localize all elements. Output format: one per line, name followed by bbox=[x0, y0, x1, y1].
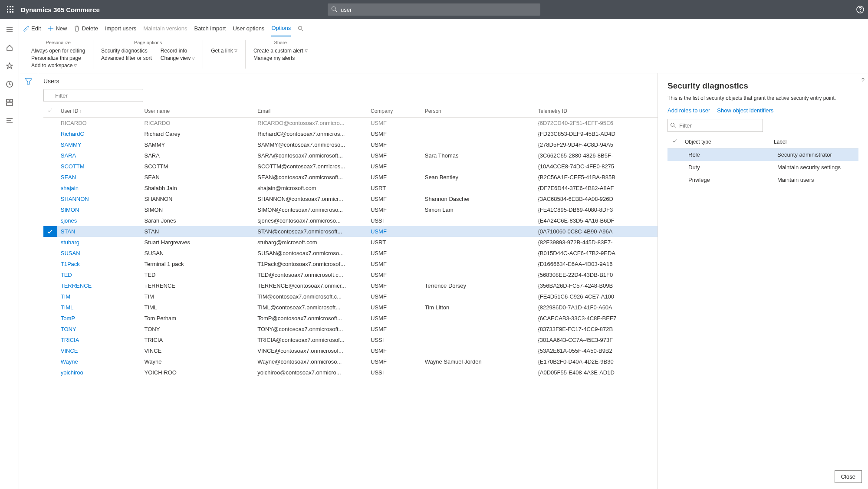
cell-userid[interactable]: TRICIA bbox=[57, 335, 141, 345]
table-row[interactable]: SEANSEANSEAN@contosoax7.onmicrosoft...US… bbox=[43, 172, 658, 183]
table-row[interactable]: TomPTom PerhamTomP@contosoax7.onmicrosof… bbox=[43, 313, 658, 324]
row-selector[interactable] bbox=[43, 280, 57, 291]
global-search-input[interactable] bbox=[328, 3, 540, 16]
table-row[interactable]: SHANNONSHANNONSHANNON@contosoax7.onmicr.… bbox=[43, 194, 658, 204]
row-selector[interactable] bbox=[43, 204, 57, 215]
table-row[interactable]: TRICIATRICIATRICIA@contosoax7.onmicrosof… bbox=[43, 335, 658, 345]
batch-import-button[interactable]: Batch import bbox=[194, 25, 226, 32]
cell-userid[interactable]: TONY bbox=[57, 324, 141, 335]
filter-pane-toggle[interactable] bbox=[19, 73, 38, 489]
cell-userid[interactable]: T1Pack bbox=[57, 259, 141, 269]
record-info-link[interactable]: Record info bbox=[161, 48, 195, 54]
help-icon[interactable] bbox=[856, 5, 865, 14]
cell-company[interactable]: USMF bbox=[367, 269, 421, 280]
row-selector[interactable] bbox=[667, 148, 681, 161]
modules-icon[interactable] bbox=[3, 115, 16, 127]
cell-userid[interactable]: RichardC bbox=[57, 128, 141, 139]
cell-userid[interactable]: SUSAN bbox=[57, 248, 141, 259]
cell-company[interactable]: USMF bbox=[367, 302, 421, 313]
cell-userid[interactable]: sjones bbox=[57, 215, 141, 226]
grid-quickfilter-input[interactable] bbox=[43, 89, 143, 102]
cell-company[interactable]: USSI bbox=[367, 215, 421, 226]
delete-button[interactable]: Delete bbox=[74, 25, 98, 32]
personalize-page-link[interactable]: Personalize this page bbox=[31, 55, 85, 61]
show-identifiers-link[interactable]: Show object identifiers bbox=[717, 107, 773, 114]
table-row[interactable]: TIMLTIMLTIML@contosoax7.onmicrosoft...US… bbox=[43, 302, 658, 313]
row-selector[interactable] bbox=[43, 313, 57, 324]
col-telemetry[interactable]: Telemetry ID bbox=[534, 105, 658, 118]
cell-company[interactable]: USSI bbox=[367, 335, 421, 345]
always-open-link[interactable]: Always open for editing bbox=[31, 48, 85, 54]
change-view-link[interactable]: Change view▽ bbox=[161, 55, 195, 61]
cell-userid[interactable]: SCOTTM bbox=[57, 161, 141, 172]
row-selector[interactable] bbox=[667, 174, 681, 186]
row-selector[interactable] bbox=[43, 269, 57, 280]
table-row[interactable]: sjonesSarah Jonessjones@contosoax7.onmic… bbox=[43, 215, 658, 226]
row-selector[interactable] bbox=[43, 356, 57, 367]
table-row[interactable]: TEDTEDTED@contosoax7.onmicrosoft.c...USM… bbox=[43, 269, 658, 280]
cell-userid[interactable]: TomP bbox=[57, 313, 141, 324]
get-link-link[interactable]: Get a link▽ bbox=[211, 48, 237, 54]
row-selector[interactable] bbox=[43, 302, 57, 313]
table-row[interactable]: WayneWayneWayne@contosoax7.onmicroso...U… bbox=[43, 356, 658, 367]
cell-userid[interactable]: SEAN bbox=[57, 172, 141, 183]
table-row[interactable]: SUSANSUSANSUSAN@contosoax7.onmicroso...U… bbox=[43, 248, 658, 259]
cell-userid[interactable]: SHANNON bbox=[57, 194, 141, 204]
cell-company[interactable]: USMF bbox=[367, 161, 421, 172]
row-selector[interactable] bbox=[43, 324, 57, 335]
cell-userid[interactable]: stuharg bbox=[57, 237, 141, 248]
hamburger-icon[interactable] bbox=[3, 23, 16, 36]
col-userid[interactable]: User ID↑ bbox=[57, 105, 141, 118]
table-row[interactable]: TIMTIMTIM@contosoax7.onmicrosoft.c...USM… bbox=[43, 291, 658, 302]
adv-filter-link[interactable]: Advanced filter or sort bbox=[101, 55, 152, 61]
table-row[interactable]: TONYTONYTONY@contosoax7.onmicrosoft...US… bbox=[43, 324, 658, 335]
row-selector[interactable] bbox=[43, 291, 57, 302]
row-selector[interactable] bbox=[43, 150, 57, 161]
cell-userid[interactable]: TERRENCE bbox=[57, 280, 141, 291]
create-alert-link[interactable]: Create a custom alert▽ bbox=[253, 48, 308, 54]
col-company[interactable]: Company bbox=[367, 105, 421, 118]
pane-col-label[interactable]: Label bbox=[769, 135, 858, 148]
table-row[interactable]: SARASARASARA@contosoax7.onmicrosoft...US… bbox=[43, 150, 658, 161]
table-row[interactable]: T1PackTerminal 1 packT1Pack@contosoax7.o… bbox=[43, 259, 658, 269]
row-selector[interactable] bbox=[43, 259, 57, 269]
cell-userid[interactable]: SIMON bbox=[57, 204, 141, 215]
cell-company[interactable]: USMF bbox=[367, 118, 421, 129]
table-row[interactable]: SIMONSIMONSIMON@contosoax7.onmicroso...U… bbox=[43, 204, 658, 215]
cell-userid[interactable]: VINCE bbox=[57, 345, 141, 356]
col-username[interactable]: User name bbox=[141, 105, 254, 118]
recent-icon[interactable] bbox=[3, 78, 16, 90]
home-icon[interactable] bbox=[3, 42, 16, 54]
cell-userid[interactable]: SAMMY bbox=[57, 139, 141, 150]
edit-button[interactable]: Edit bbox=[23, 25, 41, 32]
find-button[interactable] bbox=[298, 26, 304, 32]
security-diagnostics-link[interactable]: Security diagnostics bbox=[101, 48, 152, 54]
row-selector[interactable] bbox=[43, 172, 57, 183]
cell-userid[interactable]: TED bbox=[57, 269, 141, 280]
row-selector[interactable] bbox=[43, 237, 57, 248]
cell-company[interactable]: USMF bbox=[367, 172, 421, 183]
cell-company[interactable]: USRT bbox=[367, 183, 421, 194]
table-row[interactable]: VINCEVINCEVINCE@contosoax7.onmicrosof...… bbox=[43, 345, 658, 356]
cell-company[interactable]: USMF bbox=[367, 280, 421, 291]
add-roles-link[interactable]: Add roles to user bbox=[667, 107, 710, 114]
row-selector[interactable] bbox=[43, 139, 57, 150]
cell-userid[interactable]: RICARDO bbox=[57, 118, 141, 129]
waffle-icon[interactable] bbox=[3, 3, 17, 16]
cell-company[interactable]: USMF bbox=[367, 194, 421, 204]
cell-company[interactable]: USMF bbox=[367, 226, 421, 237]
close-button[interactable]: Close bbox=[835, 470, 862, 483]
row-selector[interactable] bbox=[43, 118, 57, 129]
cell-userid[interactable]: STAN bbox=[57, 226, 141, 237]
col-email[interactable]: Email bbox=[254, 105, 367, 118]
table-row[interactable]: RoleSecurity administrator bbox=[667, 148, 858, 161]
row-selector[interactable] bbox=[43, 226, 57, 237]
cell-company[interactable]: USMF bbox=[367, 313, 421, 324]
row-selector[interactable] bbox=[43, 128, 57, 139]
cell-userid[interactable]: shajain bbox=[57, 183, 141, 194]
row-selector[interactable] bbox=[43, 215, 57, 226]
table-row[interactable]: RICARDORICARDORICARDO@contosoax7.onmicro… bbox=[43, 118, 658, 129]
cell-company[interactable]: USSI bbox=[367, 367, 421, 378]
row-selector[interactable] bbox=[43, 183, 57, 194]
row-selector[interactable] bbox=[43, 194, 57, 204]
